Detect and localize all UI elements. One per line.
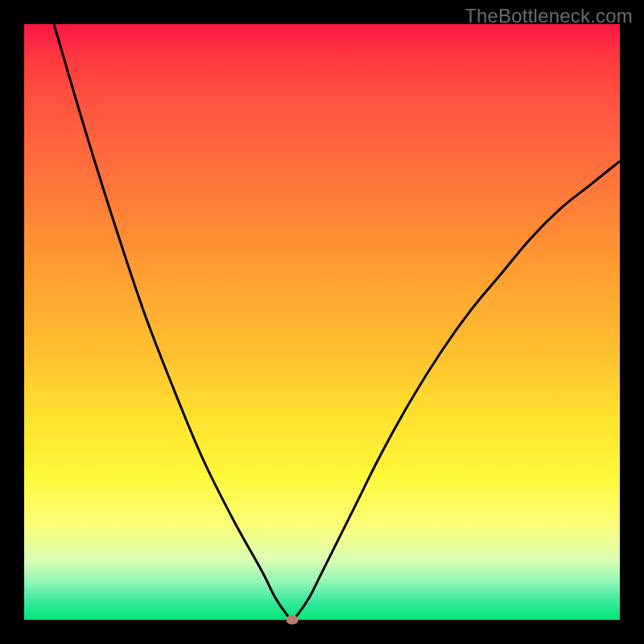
bottleneck-curve	[24, 24, 620, 620]
curve-path	[54, 24, 620, 620]
plot-area	[24, 24, 620, 620]
chart-frame: TheBottleneck.com	[0, 0, 644, 644]
minimum-marker	[287, 616, 299, 625]
